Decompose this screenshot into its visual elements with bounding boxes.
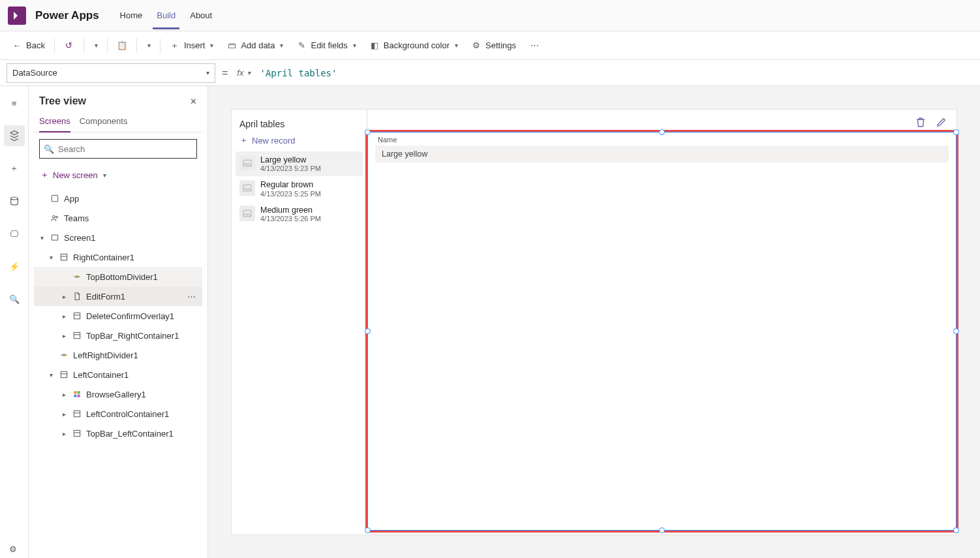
- app-title: Power Apps: [35, 9, 99, 22]
- tree-item-icon: [72, 330, 82, 341]
- paste-dropdown[interactable]: ▾: [141, 38, 156, 53]
- back-label: Back: [26, 40, 45, 50]
- resize-handle[interactable]: [953, 328, 959, 334]
- resize-handle[interactable]: [953, 527, 959, 533]
- tree-tab-screens[interactable]: Screens: [39, 111, 70, 132]
- insert-button[interactable]: ＋ Insert ▾: [164, 37, 219, 55]
- property-select[interactable]: DataSource ▾: [7, 63, 215, 83]
- new-screen-button[interactable]: ＋ New screen ▾: [39, 165, 197, 185]
- edit-icon[interactable]: [936, 116, 947, 130]
- rail-search[interactable]: 🔍: [4, 288, 25, 309]
- undo-dropdown[interactable]: ▾: [88, 38, 103, 53]
- tree-item[interactable]: ▸EditForm1⋯: [34, 287, 202, 306]
- tree-item[interactable]: TopBottomDivider1: [34, 267, 202, 287]
- resize-handle[interactable]: [659, 527, 665, 533]
- svg-rect-13: [61, 371, 67, 377]
- tree-item[interactable]: ▸DeleteConfirmOverlay1: [34, 306, 202, 326]
- background-color-button[interactable]: ◧ Background color ▾: [364, 37, 463, 55]
- record-title: Regular brown: [260, 180, 321, 189]
- tree-item[interactable]: ▸TopBar_RightContainer1: [34, 326, 202, 345]
- resize-handle[interactable]: [953, 129, 959, 135]
- chevron-down-icon: ▾: [147, 42, 151, 49]
- clipboard-icon: 📋: [117, 40, 127, 51]
- chevron-icon[interactable]: ▾: [47, 254, 55, 261]
- new-record-button[interactable]: ＋ New record: [236, 129, 363, 151]
- image-placeholder-icon: [239, 155, 255, 171]
- rail-hamburger[interactable]: ≡: [4, 93, 25, 114]
- form-field-value[interactable]: Large yellow: [375, 146, 949, 163]
- chevron-down-icon: ▾: [247, 69, 251, 76]
- fx-button[interactable]: fx ▾: [234, 68, 253, 78]
- formula-input[interactable]: [260, 63, 973, 83]
- chevron-down-icon: ▾: [95, 42, 98, 49]
- tree-search[interactable]: 🔍: [39, 139, 197, 159]
- record-item[interactable]: Medium green4/13/2023 5:26 PM: [236, 202, 363, 226]
- add-data-button[interactable]: 🗃 Add data ▾: [221, 37, 288, 55]
- tree-item[interactable]: ▸BrowseGallery1: [34, 384, 202, 404]
- ellipsis-icon[interactable]: ⋯: [187, 292, 200, 302]
- svg-rect-8: [74, 313, 80, 318]
- tree-item[interactable]: ▾LeftContainer1: [34, 365, 202, 384]
- rail-insert[interactable]: ＋: [4, 158, 25, 179]
- tree-item[interactable]: ▾RightContainer1: [34, 247, 202, 267]
- tree-item-label: TopBar_LeftContainer1: [86, 429, 174, 439]
- record-timestamp: 4/13/2023 5:26 PM: [260, 215, 321, 223]
- tree-tab-components[interactable]: Components: [80, 111, 128, 132]
- svg-rect-5: [61, 254, 67, 260]
- close-panel-button[interactable]: ✕: [190, 97, 197, 106]
- tree-item[interactable]: ▾Screen1: [34, 228, 202, 247]
- property-value: DataSource: [12, 68, 57, 78]
- tree-item[interactable]: ▸LeftControlContainer1: [34, 404, 202, 424]
- tree-item-icon: [50, 213, 60, 223]
- back-button[interactable]: ← Back: [7, 37, 50, 55]
- ellipsis-icon: ⋯: [529, 40, 540, 51]
- tree-search-input[interactable]: [58, 144, 192, 154]
- global-settings-button[interactable]: ⚙: [9, 544, 17, 554]
- chevron-icon[interactable]: ▾: [38, 234, 46, 241]
- rail-tree-view[interactable]: [4, 125, 25, 146]
- app-preview-frame: April tables ＋ New record Large yellow4/…: [232, 110, 957, 535]
- record-item[interactable]: Large yellow4/13/2023 5:23 PM: [236, 151, 363, 176]
- delete-icon[interactable]: [915, 116, 926, 130]
- tree-item[interactable]: LeftRightDivider1: [34, 345, 202, 365]
- chevron-icon[interactable]: ▸: [60, 430, 68, 437]
- tree-item-label: Screen1: [64, 233, 95, 243]
- chevron-icon[interactable]: ▸: [60, 411, 68, 418]
- form-field-label: Name: [378, 136, 949, 144]
- tab-build[interactable]: Build: [153, 1, 179, 29]
- tree-view-panel: Tree view ✕ Screens Components 🔍 ＋ New s…: [29, 86, 208, 558]
- overflow-button[interactable]: ⋯: [524, 37, 545, 55]
- paste-button[interactable]: 📋: [112, 37, 132, 55]
- svg-rect-21: [74, 430, 80, 436]
- chevron-icon[interactable]: ▾: [47, 371, 55, 379]
- resize-handle[interactable]: [659, 129, 665, 135]
- tab-about[interactable]: About: [186, 1, 216, 29]
- rail-data[interactable]: [4, 191, 25, 211]
- tree-item[interactable]: ▸TopBar_LeftContainer1: [34, 424, 202, 443]
- plus-icon: ＋: [40, 169, 49, 181]
- insert-label: Insert: [184, 40, 206, 50]
- rail-media[interactable]: 🖵: [4, 223, 25, 244]
- separator: [54, 39, 55, 53]
- settings-label: Settings: [485, 40, 516, 50]
- tree-item-icon: [72, 428, 82, 439]
- tree-item-label: EditForm1: [86, 292, 125, 302]
- svg-rect-4: [52, 235, 57, 240]
- tree-item[interactable]: Teams: [34, 208, 202, 228]
- chevron-down-icon: ▾: [455, 42, 458, 49]
- tab-home[interactable]: Home: [116, 1, 147, 29]
- chevron-icon[interactable]: ▸: [60, 293, 68, 300]
- undo-button[interactable]: ↺: [59, 37, 80, 55]
- undo-icon: ↺: [64, 40, 74, 51]
- chevron-icon[interactable]: ▸: [60, 313, 68, 320]
- settings-button[interactable]: ⚙ Settings: [466, 37, 521, 55]
- rail-power-automate[interactable]: ⚡: [4, 256, 25, 277]
- chevron-icon[interactable]: ▸: [60, 391, 68, 398]
- svg-rect-16: [78, 391, 80, 394]
- tree-item-icon: [72, 311, 82, 321]
- tree-item-icon: [59, 252, 69, 262]
- tree-item[interactable]: App: [34, 189, 202, 208]
- edit-fields-button[interactable]: ✎ Edit fields ▾: [291, 37, 361, 55]
- record-item[interactable]: Regular brown4/13/2023 5:25 PM: [236, 176, 363, 201]
- chevron-icon[interactable]: ▸: [60, 332, 68, 339]
